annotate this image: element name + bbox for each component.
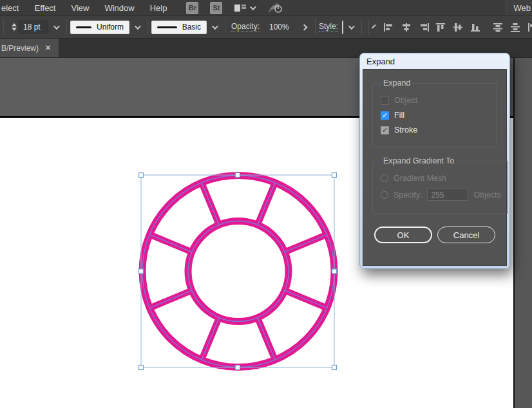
menu-window[interactable]: Window [97,0,142,15]
workspace-switcher[interactable]: Web [506,0,532,15]
stroke-option-row: Stroke [381,125,490,134]
stroke-weight-dropdown-button[interactable] [48,21,63,33]
divider [225,19,225,35]
sync-status-button[interactable] [267,2,283,14]
gradient-group-label: Expand Gradient To [381,156,457,165]
expand-dialog: Expand Expand Object Fill Stroke E [359,53,510,269]
width-profile-value: Uniform [97,23,124,32]
expand-gradient-group: Expand Gradient To Gradient Mesh Specify… [372,156,508,214]
chevron-down-icon [250,4,256,10]
brush-value: Basic [182,23,201,32]
menu-bar: elect Effect View Window Help Br St Web [0,0,532,15]
stroke-preview-icon [157,26,177,28]
divider [66,19,67,35]
menu-view[interactable]: View [63,0,97,15]
brush-dropdown-button[interactable] [207,21,222,33]
dialog-buttons: OK Cancel [372,227,497,243]
ok-button[interactable]: OK [374,227,432,243]
menu-effect[interactable]: Effect [26,0,63,15]
distribute-top-icon[interactable] [493,23,504,32]
opacity-field[interactable]: 100% [265,21,293,33]
style-link[interactable]: Style: [319,22,338,32]
control-bar: 18 pt Uniform Basic Opacity: 100% Style: [0,15,532,39]
divider [315,19,316,35]
object-checkbox [381,97,389,105]
expand-options-group: Expand Object Fill Stroke [372,79,497,147]
chevron-right-icon [301,24,308,30]
stroke-preview-icon [76,26,91,28]
objects-label: Objects [473,190,500,199]
gradient-mesh-row: Gradient Mesh [381,174,501,183]
divider [3,19,4,35]
align-right-icon[interactable] [418,23,430,32]
align-top-icon[interactable] [435,23,447,32]
object-label: Object [394,96,417,105]
specify-radio [381,191,388,199]
align-left-icon[interactable] [383,23,395,32]
cancel-button[interactable]: Cancel [437,227,495,243]
gradient-mesh-radio [381,174,388,182]
arrange-documents-icon [234,3,247,13]
workspace-label: Web [514,3,531,13]
document-tab[interactable]: B/Preview) ✕ [0,39,59,57]
align-bottom-icon[interactable] [470,23,482,32]
dialog-title: Expand [366,57,395,66]
chevron-down-icon [372,24,375,28]
brush-dropdown[interactable]: Basic [151,21,207,34]
sync-disabled-icon [267,2,283,14]
panel-dock-strip[interactable] [513,58,532,408]
fill-option-row: Fill [381,111,490,120]
specify-label: Specify: [394,190,422,199]
opacity-link[interactable]: Opacity: [231,22,260,32]
divider [368,19,369,35]
divider [377,19,377,35]
expand-group-label: Expand [381,79,413,88]
menu-select[interactable]: elect [0,0,26,15]
distribute-bottom-icon[interactable] [527,23,532,32]
chevron-down-icon [53,23,60,30]
stroke-weight-field[interactable]: 18 pt [19,21,48,33]
style-dropdown-button[interactable] [343,21,358,33]
stock-button[interactable]: St [210,2,222,14]
width-profile-dropdown[interactable]: Uniform [70,21,129,34]
divider [147,19,148,35]
chevron-down-icon [135,23,141,30]
object-option-row: Object [381,96,490,105]
stroke-checkbox[interactable] [381,126,389,134]
align-horizontal-center-icon[interactable] [401,23,412,32]
align-vertical-center-icon[interactable] [453,23,464,32]
illustrator-window: elect Effect View Window Help Br St Web [0,0,532,408]
dialog-title-bar[interactable]: Expand [360,53,509,69]
bridge-button[interactable]: Br [186,2,198,14]
menu-help[interactable]: Help [142,0,175,15]
arrange-documents-button[interactable] [234,3,254,13]
chevron-down-icon [348,23,355,30]
chevron-down-icon [212,23,218,30]
specify-input [427,189,468,201]
gradient-mesh-label: Gradient Mesh [394,174,446,183]
specify-row: Specify: Objects [381,189,501,201]
fill-checkbox[interactable] [381,111,389,120]
distribute-vertical-center-icon[interactable] [510,23,522,32]
dialog-body: Expand Object Fill Stroke Expand Gradien… [363,69,507,266]
align-controls [383,23,532,32]
divider [361,19,362,35]
fill-label: Fill [394,111,404,120]
stroke-weight-stepper[interactable] [10,23,19,31]
width-profile-dropdown-button[interactable] [129,21,144,33]
opacity-expand-button[interactable] [297,21,312,33]
stroke-label: Stroke [394,125,417,134]
document-tab-label: B/Preview) [1,44,39,53]
tab-close-icon[interactable]: ✕ [45,44,51,52]
